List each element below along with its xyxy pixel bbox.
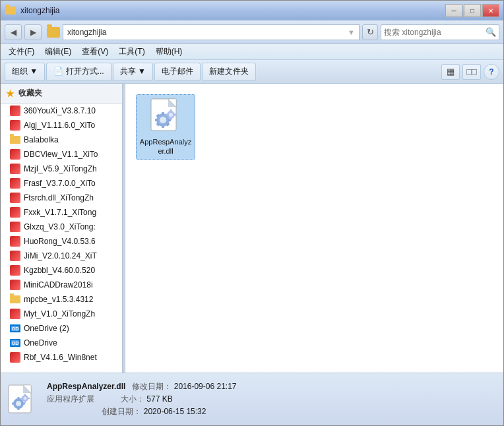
sidebar-item-14[interactable]: Myt_V1.0_XiTongZh [1, 307, 122, 321]
sidebar-item-9[interactable]: HuoRong_V4.0.53.6 [1, 234, 122, 249]
title-bar: xitongzhijia ─ □ ✕ [1, 1, 503, 20]
svg-rect-23 [174, 114, 176, 116]
status-created-value: 2020-06-15 15:32 [144, 407, 206, 416]
new-folder-button[interactable]: 新建文件夹 [202, 63, 256, 81]
sidebar-label-17: Rbf_V4.1.6_Win8net [24, 353, 97, 362]
item-icon-17 [10, 352, 20, 363]
view-toggle-button[interactable]: ▦ [441, 64, 460, 80]
svg-rect-30 [18, 397, 20, 400]
menu-bar: 文件(F) 编辑(E) 查看(V) 工具(T) 帮助(H) [1, 44, 503, 60]
search-box: 🔍 [381, 24, 499, 40]
sidebar-item-1[interactable]: Algj_V1.11.6.0_XiTo [1, 118, 122, 133]
item-icon-12 [10, 280, 20, 290]
sidebar-item-8[interactable]: Glxzq_V3.0_XiTong: [1, 220, 122, 234]
open-with-button[interactable]: 📄 打开方式... [46, 63, 111, 81]
sidebar-item-6[interactable]: Ftsrch.dll_XiTongZh [1, 191, 122, 205]
status-size-label: 大小： [121, 394, 144, 404]
sidebar-item-5[interactable]: Frasf_V3.7.0.0_XiTo [1, 176, 122, 191]
item-icon-4 [10, 164, 20, 174]
address-path-field[interactable]: xitongzhijia ▼ [63, 24, 360, 40]
status-size-value: 577 KB [146, 394, 172, 404]
sidebar-item-4[interactable]: MzjI_V5.9_XiTongZh [1, 162, 122, 176]
back-button[interactable]: ◀ [5, 24, 22, 40]
sidebar-item-15[interactable]: OD OneDrive (2) [1, 321, 122, 336]
item-icon-2 [10, 135, 20, 145]
view-toggle-button2[interactable]: □□ [462, 64, 481, 80]
sidebar-label-11: Kgzbbl_V4.60.0.520 [24, 266, 95, 275]
dll-icon [150, 98, 181, 135]
sidebar-item-3[interactable]: DBCView_V1.1_XiTo [1, 147, 122, 162]
svg-rect-11 [162, 112, 164, 115]
main-area: ★ 收藏夹 360YouXi_V3.8.7.10 Algj_V1.11.6.0_… [1, 84, 503, 373]
menu-file[interactable]: 文件(F) [3, 45, 40, 59]
item-icon-16: OD [10, 338, 20, 348]
sidebar-label-0: 360YouXi_V3.8.7.10 [24, 106, 96, 115]
svg-rect-21 [170, 109, 172, 111]
toolbar-right: ▦ □□ ? [441, 64, 499, 80]
sidebar-label-14: Myt_V1.0_XiTongZh [24, 309, 95, 319]
menu-tools[interactable]: 工具(T) [113, 45, 150, 59]
status-modify-label: 修改日期： [132, 382, 172, 391]
svg-point-29 [16, 401, 21, 406]
email-button[interactable]: 电子邮件 [154, 63, 201, 81]
sidebar-item-0[interactable]: 360YouXi_V3.8.7.10 [1, 104, 122, 118]
favorites-section-header[interactable]: ★ 收藏夹 [1, 84, 122, 104]
folder-icon [47, 27, 60, 38]
favorites-label: 收藏夹 [18, 88, 42, 99]
minimize-button[interactable]: ─ [445, 4, 462, 17]
sidebar-item-11[interactable]: Kgzbbl_V4.60.0.520 [1, 263, 122, 278]
sidebar-item-10[interactable]: JiMi_V2.0.10.24_XiT [1, 249, 122, 263]
organize-button[interactable]: 组织 ▼ [5, 63, 45, 81]
sidebar-item-2[interactable]: Balabolka [1, 133, 122, 147]
svg-text:OD: OD [12, 341, 19, 346]
item-icon-9 [10, 236, 20, 247]
sidebar-item-13[interactable]: mpcbe_v1.5.3.4312 [1, 292, 122, 307]
sidebar: ★ 收藏夹 360YouXi_V3.8.7.10 Algj_V1.11.6.0_… [1, 84, 123, 373]
refresh-button[interactable]: ↻ [362, 24, 378, 40]
sidebar-label-2: Balabolka [24, 135, 59, 144]
search-input[interactable] [384, 28, 486, 37]
help-button[interactable]: ? [484, 64, 499, 80]
search-icon[interactable]: 🔍 [486, 27, 496, 37]
svg-text:OD: OD [12, 326, 19, 331]
address-bar: ◀ ▶ xitongzhijia ▼ ↻ 🔍 [1, 20, 503, 44]
sidebar-label-1: Algj_V1.11.6.0_XiTo [24, 121, 95, 130]
status-filename: AppRespAnalyzer.dll 修改日期： 2016-09-06 21:… [47, 381, 359, 392]
sidebar-label-5: Frasf_V3.7.0.0_XiTo [24, 179, 96, 188]
sidebar-item-16[interactable]: OD OneDrive [1, 336, 122, 350]
item-icon-3 [10, 149, 20, 160]
sidebar-label-13: mpcbe_v1.5.3.4312 [24, 295, 93, 304]
close-button[interactable]: ✕ [482, 4, 499, 17]
sidebar-item-17[interactable]: Rbf_V4.1.6_Win8net [1, 350, 122, 365]
svg-rect-38 [28, 398, 30, 399]
sidebar-label-16: OneDrive [24, 338, 57, 348]
forward-button[interactable]: ▶ [24, 24, 42, 40]
status-created-label: 创建日期： [102, 407, 141, 416]
sidebar-label-12: MiniCADDraw2018i [24, 280, 93, 289]
sidebar-label-10: JiMi_V2.0.10.24_XiT [24, 251, 97, 260]
item-icon-14 [10, 309, 20, 319]
window-title: xitongzhijia [20, 6, 445, 15]
svg-rect-33 [12, 402, 15, 404]
share-button[interactable]: 共享 ▼ [113, 63, 153, 81]
status-type-value: 应用程序扩展 [47, 394, 94, 404]
item-icon-6 [10, 193, 20, 203]
item-icon-0 [10, 106, 20, 116]
file-item-dll[interactable]: AppRespAnalyzer.dll [136, 94, 195, 160]
maximize-button[interactable]: □ [464, 4, 481, 17]
sidebar-item-7[interactable]: Fxxk_V1.7.1_XiTong [1, 205, 122, 220]
item-icon-8 [10, 222, 20, 232]
svg-rect-39 [20, 398, 22, 399]
sidebar-item-12[interactable]: MiniCADDraw2018i [1, 278, 122, 292]
status-bar: AppRespAnalyzer.dll 修改日期： 2016-09-06 21:… [1, 373, 503, 425]
item-icon-7 [10, 207, 20, 218]
svg-rect-36 [24, 394, 26, 396]
menu-view[interactable]: 查看(V) [77, 45, 113, 59]
menu-edit[interactable]: 编辑(E) [40, 45, 77, 59]
svg-point-20 [169, 113, 173, 117]
svg-rect-31 [18, 408, 20, 410]
svg-rect-22 [170, 118, 172, 120]
window-controls: ─ □ ✕ [445, 4, 499, 17]
status-type-row: 应用程序扩展 大小： 577 KB [47, 394, 359, 405]
menu-help[interactable]: 帮助(H) [150, 45, 188, 59]
